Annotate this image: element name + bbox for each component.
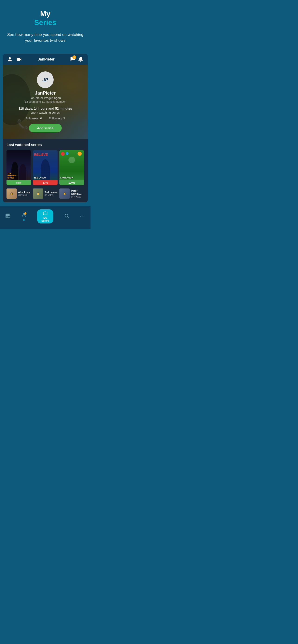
tab-search[interactable] <box>61 212 72 221</box>
svg-point-5 <box>65 214 68 217</box>
svg-rect-1 <box>17 58 20 60</box>
peter-griffin-votes: 347 votes <box>71 196 84 198</box>
morning-show-progress: 84% <box>7 180 31 185</box>
watch-subtext: spent watching series <box>31 111 60 114</box>
add-series-button[interactable]: Add series <box>29 124 62 132</box>
following-stat: Following: 3 <box>49 116 65 120</box>
followers-stat: Followers: 6 <box>26 116 42 120</box>
tab-more[interactable]: ··· <box>77 213 88 220</box>
alex-levy-name: Alex Levy <box>18 191 31 194</box>
search-icon <box>64 213 69 220</box>
follow-stats: Followers: 6 Following: 3 <box>26 116 65 120</box>
character-card-alex-levy[interactable]: 👩 Alex Levy 38 votes <box>7 188 31 199</box>
notification-badge: 1 <box>72 56 76 59</box>
ted-lasso-votes: 84 votes <box>45 194 58 196</box>
character-grid: 👩 Alex Levy 38 votes 👨 Ted Lasso 84 vote… <box>7 188 84 199</box>
profile-active-indicator <box>23 219 25 221</box>
profile-notification-dot <box>24 212 27 215</box>
series-grid: THEMORNINGSHOW 84% BELIEVE TED LASSO 17% <box>7 150 84 185</box>
profile-membership: 13 years and 11 months member <box>25 100 66 104</box>
bell-icon[interactable] <box>78 56 84 62</box>
ted-lasso-title: TED LASSO <box>34 177 57 179</box>
character-card-peter-griffin[interactable]: 👨 Peter Griffin /... 347 votes <box>59 188 84 199</box>
more-icon: ··· <box>80 214 85 219</box>
my-series-icon <box>43 211 48 216</box>
tab-profile[interactable] <box>19 212 29 222</box>
family-guy-title: FAMILY GUY <box>60 177 83 179</box>
app-title-my: My <box>5 9 86 18</box>
app-title-series: Series <box>5 18 86 27</box>
banner-content: JP JanPieter Jan-pieter Wageningen 13 ye… <box>18 72 72 132</box>
app-header: My Series See how many time you spend on… <box>0 0 91 48</box>
avatar: JP <box>37 72 54 88</box>
series-card-ted-lasso[interactable]: BELIEVE TED LASSO 17% <box>33 150 58 185</box>
app-subtitle: See how many time you spend on watching … <box>5 32 86 44</box>
believe-text: BELIEVE <box>34 152 57 156</box>
nav-left <box>7 56 22 62</box>
ted-lasso-name: Ted Lasso <box>45 191 58 194</box>
main-card: JanPieter 1 📞 JP <box>3 54 88 202</box>
profile-fullname: Jan-pieter Wageningen <box>30 96 61 100</box>
svg-rect-4 <box>43 212 47 215</box>
ted-lasso-progress: 17% <box>33 180 58 185</box>
last-watched-section: Last watched series THEMORNINGSHOW <box>3 139 88 202</box>
navbar-username: JanPieter <box>38 57 55 62</box>
user-edit-icon[interactable] <box>7 56 13 62</box>
tab-my-series[interactable]: My Series <box>34 208 56 224</box>
watch-time: 318 days, 14 hours and 52 minutes <box>18 107 72 110</box>
ted-lasso-avatar: 👨 <box>33 188 43 199</box>
my-series-label-line1: My <box>43 216 47 219</box>
video-camera-icon[interactable] <box>16 56 22 62</box>
profile-banner: 📞 JP JanPieter Jan-pieter Wageningen 13 … <box>3 65 88 139</box>
tab-news[interactable] <box>3 212 13 221</box>
series-card-morning-show[interactable]: THEMORNINGSHOW 84% <box>7 150 31 185</box>
profile-name: JanPieter <box>35 90 56 96</box>
my-series-label-line2: Series <box>41 219 49 222</box>
bottom-navigation: My Series ··· <box>0 206 91 229</box>
morning-show-title: THEMORNINGSHOW <box>8 172 30 180</box>
chat-notification-wrap[interactable]: 1 <box>70 56 75 62</box>
news-icon <box>5 213 11 220</box>
series-card-family-guy[interactable]: FAMILY GUY 100% <box>59 150 84 185</box>
card-navbar: JanPieter 1 <box>3 54 88 65</box>
peter-griffin-avatar: 👨 <box>59 188 70 199</box>
character-card-ted-lasso[interactable]: 👨 Ted Lasso 84 votes <box>33 188 58 199</box>
peter-griffin-name: Peter Griffin /... <box>71 190 84 196</box>
nav-right: 1 <box>70 56 84 62</box>
last-watched-title: Last watched series <box>7 143 84 147</box>
alex-levy-votes: 38 votes <box>18 194 31 196</box>
alex-levy-avatar: 👩 <box>7 188 17 199</box>
family-guy-progress: 100% <box>59 180 84 185</box>
